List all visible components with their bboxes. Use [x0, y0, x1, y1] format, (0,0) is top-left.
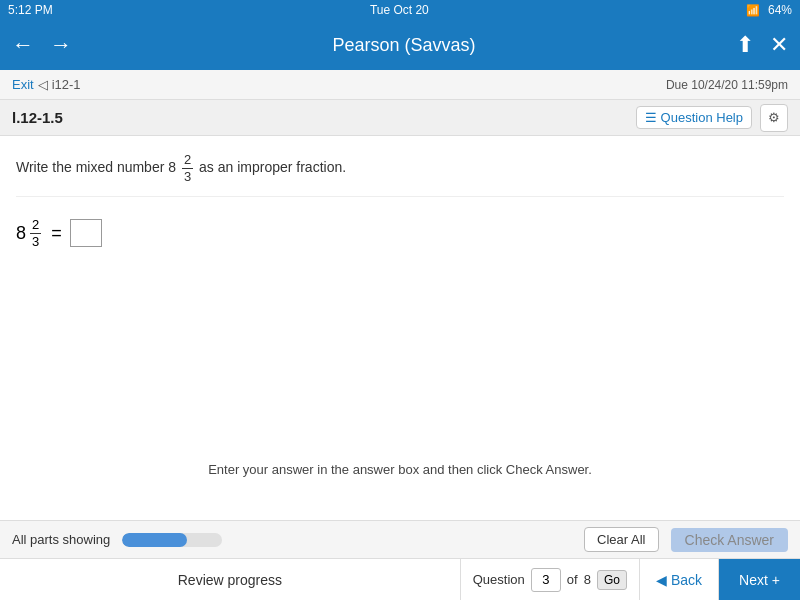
fraction-numerator: 2: [182, 152, 193, 169]
question-nav: Question of 8 Go: [461, 559, 640, 600]
of-label: of: [567, 572, 578, 587]
equals-sign: =: [51, 223, 62, 244]
share-button[interactable]: ⬆: [736, 32, 754, 58]
question-help-button[interactable]: ☰ Question Help: [636, 106, 752, 129]
all-parts-bar: All parts showing Clear All Check Answer: [0, 520, 800, 558]
status-date: Tue Oct 20: [370, 3, 429, 17]
back-button[interactable]: ◀ Back: [640, 559, 719, 600]
question-help-label: Question Help: [661, 110, 743, 125]
fraction-denominator: 3: [182, 169, 193, 185]
answer-input[interactable]: [70, 219, 102, 247]
app-title: Pearson (Savvas): [332, 35, 475, 56]
mixed-whole: 8: [16, 223, 26, 244]
bottom-nav: Review progress Question of 8 Go ◀ Back …: [0, 558, 800, 600]
back-nav-button[interactable]: ←: [12, 32, 34, 58]
menu-icon: ☰: [645, 110, 657, 125]
next-button[interactable]: Next +: [719, 559, 800, 600]
inline-fraction: 2 3: [182, 152, 193, 184]
mixed-number-display: 8 2 3: [16, 217, 43, 249]
lesson-id: l.12-1.5: [12, 109, 63, 126]
clear-all-button[interactable]: Clear All: [584, 527, 658, 552]
lesson-header: l.12-1.5 ☰ Question Help ⚙: [0, 100, 800, 136]
main-content: Write the mixed number 8 2 3 as an impro…: [0, 136, 800, 436]
top-nav-bar: ← → Pearson (Savvas) ⬆ ✕: [0, 20, 800, 70]
instruction-text-end: as an improper fraction.: [199, 159, 346, 175]
next-label: Next: [739, 572, 768, 588]
wifi-icon: 📶: [746, 4, 760, 17]
close-button[interactable]: ✕: [770, 32, 788, 58]
mixed-numerator: 2: [30, 217, 41, 234]
progress-track: [122, 533, 222, 547]
next-arrow-icon: +: [772, 572, 780, 588]
breadcrumb-bar: Exit ◁ i12-1 Due 10/24/20 11:59pm: [0, 70, 800, 100]
hint-text: Enter your answer in the answer box and …: [0, 454, 800, 485]
lesson-code: i12-1: [52, 77, 81, 92]
answer-area: 8 2 3 =: [16, 217, 784, 249]
back-label: Back: [671, 572, 702, 588]
breadcrumb-separator: ◁: [38, 77, 48, 92]
all-parts-label: All parts showing: [12, 532, 110, 547]
settings-button[interactable]: ⚙: [760, 104, 788, 132]
review-progress-button[interactable]: Review progress: [0, 559, 461, 600]
go-button[interactable]: Go: [597, 570, 627, 590]
check-answer-button[interactable]: Check Answer: [671, 528, 788, 552]
bottom-area: All parts showing Clear All Check Answer…: [0, 520, 800, 600]
exit-link[interactable]: Exit: [12, 77, 34, 92]
mixed-fraction: 2 3: [30, 217, 41, 249]
mixed-denominator: 3: [30, 234, 41, 250]
forward-nav-button[interactable]: →: [50, 32, 72, 58]
question-label: Question: [473, 572, 525, 587]
battery-level: 64%: [768, 3, 792, 17]
progress-fill: [122, 533, 187, 547]
instruction-text-start: Write the mixed number 8: [16, 159, 176, 175]
question-number-input[interactable]: [531, 568, 561, 592]
back-arrow-icon: ◀: [656, 572, 667, 588]
status-time: 5:12 PM: [8, 3, 53, 17]
gear-icon: ⚙: [768, 110, 780, 125]
status-bar: 5:12 PM Tue Oct 20 📶 64%: [0, 0, 800, 20]
question-instruction: Write the mixed number 8 2 3 as an impro…: [16, 152, 784, 197]
due-date: Due 10/24/20 11:59pm: [666, 78, 788, 92]
question-total: 8: [584, 572, 591, 587]
